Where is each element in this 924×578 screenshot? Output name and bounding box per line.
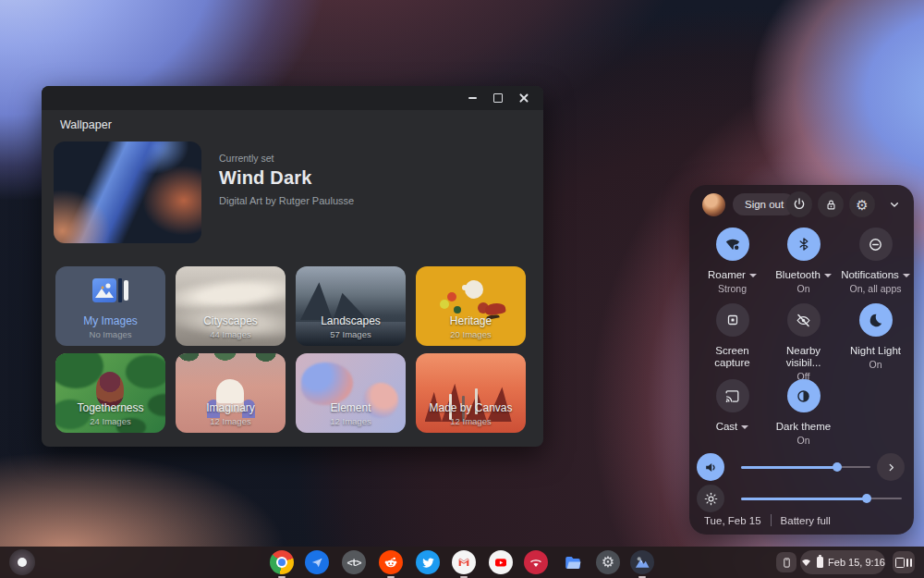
volume-slider[interactable] [741, 466, 870, 468]
user-avatar[interactable] [702, 193, 725, 216]
qs-tile-label: Dark theme [776, 421, 831, 433]
collection-tile-imaginary[interactable]: Imaginary 12 Images [176, 353, 286, 433]
audio-settings-button[interactable] [877, 453, 905, 481]
collection-tile-heritage[interactable]: Heritage 20 Images [416, 266, 526, 346]
shelf-app-gmail[interactable] [452, 550, 476, 574]
qs-tile-dark-theme[interactable]: Dark theme On [768, 379, 839, 446]
lock-button[interactable] [818, 191, 844, 217]
shelf-app-files[interactable] [561, 550, 585, 574]
shelf-app-reddit[interactable] [379, 550, 403, 574]
wifi-icon[interactable] [716, 228, 749, 261]
youtube-icon [489, 550, 513, 574]
collection-count: No Images [55, 329, 165, 339]
collection-tile-made-by-canvas[interactable]: Made by Canvas 12 Images [416, 353, 526, 433]
gmail-icon [452, 550, 476, 574]
desktop: Wallpaper Currently set Wind Dark Digita… [0, 0, 924, 578]
close-button[interactable] [516, 90, 532, 106]
shelf-app-settings[interactable]: ⚙ [596, 550, 620, 574]
shelf-app-stadia[interactable] [524, 550, 548, 574]
collection-tile-my-images[interactable]: My Images No Images [55, 266, 165, 346]
power-button[interactable] [786, 191, 812, 217]
desk-window-icon [895, 558, 905, 568]
status-tray[interactable]: Feb 15, 9:16 [800, 550, 885, 574]
settings-button[interactable]: ⚙ [849, 191, 875, 217]
qs-tile-network[interactable]: Roamer Strong [697, 228, 768, 294]
brightness-icon[interactable] [697, 485, 724, 512]
brightness-slider[interactable] [741, 498, 902, 499]
qs-tile-screen-capture[interactable]: Screen capture [697, 303, 768, 371]
collection-tile-landscapes[interactable]: Landscapes 57 Images [296, 266, 406, 346]
chevron-right-icon [884, 461, 898, 474]
currently-set-label: Currently set [219, 153, 274, 164]
date-label[interactable]: Tue, Feb 15 [704, 515, 761, 526]
qs-tile-label: Nearby visibil... [768, 345, 839, 369]
qs-tile-cast[interactable]: Cast [697, 379, 768, 435]
twitter-icon [416, 550, 440, 574]
collection-name: My Images [55, 314, 165, 327]
qs-tile-label: Notifications [841, 269, 899, 281]
visibility-off-icon[interactable] [787, 303, 821, 337]
shelf-app-canvas[interactable] [630, 550, 654, 574]
qs-tile-status: On [768, 283, 839, 294]
my-images-icon [55, 278, 165, 302]
virtual-desks-button[interactable] [893, 551, 915, 573]
dropdown-caret-icon [903, 274, 910, 277]
collection-tile-element[interactable]: Element 12 Images [296, 353, 406, 433]
contrast-icon[interactable] [787, 379, 821, 412]
qs-tile-label: Cast [716, 421, 738, 433]
clock-label: Feb 15, 9:16 [828, 557, 885, 568]
dropdown-caret-icon [741, 425, 748, 429]
launcher-button[interactable] [9, 549, 35, 575]
collection-tile-togetherness[interactable]: Togetherness 24 Images [55, 353, 165, 433]
current-wallpaper-attribution: Digital Art by Rutger Paulusse [219, 195, 354, 206]
qs-tile-status: Strong [697, 283, 768, 294]
window-titlebar[interactable] [42, 86, 543, 110]
qs-tile-label: Screen capture [697, 345, 768, 369]
volume-slider-thumb[interactable] [833, 462, 842, 472]
battery-icon [817, 557, 823, 568]
minimize-icon [468, 97, 477, 99]
lock-icon [824, 198, 838, 212]
qs-tile-label: Roamer [708, 269, 746, 281]
cast-icon[interactable] [716, 379, 749, 412]
bluetooth-icon[interactable] [787, 228, 821, 261]
moon-icon[interactable] [859, 303, 893, 337]
current-wallpaper-name: Wind Dark [219, 167, 312, 189]
phone-hub-button[interactable] [776, 552, 796, 572]
brightness-slider-thumb[interactable] [862, 494, 871, 503]
qs-tile-nearby-visibility[interactable]: Nearby visibil... Off [768, 303, 839, 382]
wifi-status-icon [800, 557, 812, 569]
do-not-disturb-icon[interactable] [859, 228, 893, 261]
reddit-icon [379, 550, 403, 574]
qs-tile-bluetooth[interactable]: Bluetooth On [768, 228, 839, 294]
power-icon [792, 197, 807, 212]
volume-icon[interactable] [697, 453, 724, 481]
qs-tile-notifications[interactable]: Notifications On, all apps [840, 228, 911, 294]
collection-count: 12 Images [416, 416, 526, 426]
collection-count: 20 Images [416, 329, 526, 339]
collection-name: Element [296, 401, 406, 414]
maximize-button[interactable] [490, 90, 506, 106]
files-icon [561, 550, 585, 574]
shelf-app-youtube[interactable] [489, 550, 513, 574]
collection-count: 57 Images [296, 329, 406, 339]
maximize-icon [493, 93, 503, 103]
minimize-button[interactable] [464, 90, 480, 106]
collection-tile-cityscapes[interactable]: Cityscapes 44 Images [176, 266, 286, 346]
launcher-icon [18, 558, 27, 567]
shelf-app-rocket[interactable] [305, 550, 329, 574]
qs-tile-label: Night Light [850, 345, 901, 357]
gear-icon: ⚙ [856, 198, 868, 212]
phone-icon [781, 556, 793, 570]
screen-capture-icon[interactable] [716, 303, 749, 337]
collapse-button[interactable] [881, 191, 907, 217]
desk-bar-icon [906, 559, 908, 567]
rocket-icon [305, 550, 329, 574]
shelf-app-twitter[interactable] [416, 550, 440, 574]
qs-tile-night-light[interactable]: Night Light On [840, 303, 911, 370]
shelf-app-text[interactable]: <t> [342, 550, 366, 574]
collection-count: 24 Images [55, 416, 165, 426]
settings-gear-icon: ⚙ [596, 550, 620, 574]
page-title: Wallpaper [60, 118, 112, 131]
shelf-app-chrome[interactable] [270, 550, 294, 574]
